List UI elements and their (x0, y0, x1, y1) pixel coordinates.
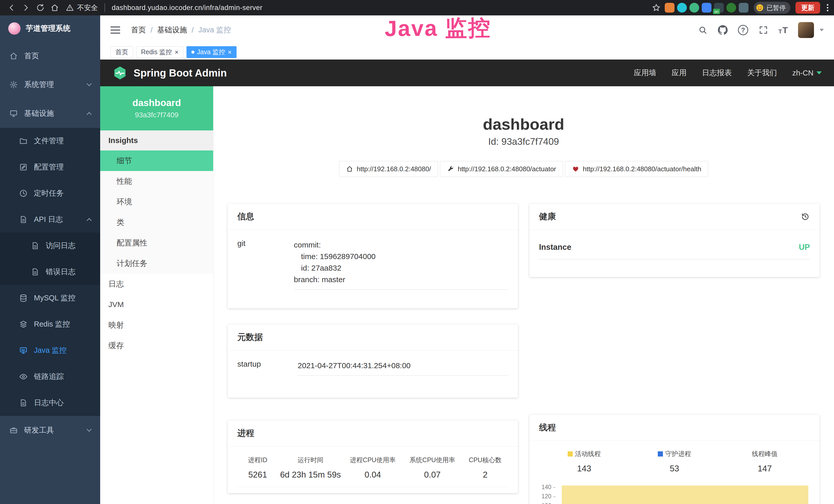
sba-body: dashboard 93a3fc7f7409 Insights 细节 性能 环境… (100, 86, 834, 504)
sidebar-item-home[interactable]: 首页 (0, 42, 100, 70)
profile-paused-badge[interactable]: 已暂停 (753, 2, 790, 14)
y-axis-tick: 100 (539, 502, 555, 504)
sidebar-item-api-logs[interactable]: API 日志 (0, 206, 100, 233)
health-status-badge: UP (799, 243, 810, 252)
breadcrumb-current: Java 监控 (198, 25, 231, 35)
hamburger-icon[interactable] (110, 26, 120, 33)
paused-label: 已暂停 (766, 4, 786, 12)
extension-icon-3[interactable] (689, 3, 699, 13)
sidebar-item-java-monitor[interactable]: Java 监控 (0, 337, 100, 364)
metadata-card: 元数据 startup 2021-04-27T00:44:31.254+08:0… (227, 324, 518, 398)
bookmark-star-icon[interactable] (650, 2, 662, 14)
sba-nav-wallboard[interactable]: 应用墙 (634, 68, 656, 78)
eye-icon (19, 372, 28, 381)
app-title: 芋道管理系统 (26, 23, 70, 33)
sidebar-item-error-logs[interactable]: 错误日志 (0, 259, 100, 285)
extension-icon-5[interactable]: on (714, 3, 724, 13)
sba-item-mappings[interactable]: 映射 (100, 315, 213, 335)
close-icon[interactable]: × (175, 49, 178, 55)
extension-icon-1[interactable] (665, 3, 675, 13)
refresh-icon[interactable] (35, 2, 46, 14)
sba-section-insights: Insights (100, 131, 213, 151)
font-size-icon[interactable]: TT (778, 26, 788, 35)
extension-icon-2[interactable] (677, 3, 687, 13)
active-dot (191, 51, 194, 54)
tab-home[interactable]: 首页 (110, 46, 133, 58)
sidebar-item-log-center[interactable]: 日志中心 (0, 390, 100, 416)
sba-item-caches[interactable]: 缓存 (100, 335, 213, 356)
health-instance-label: Instance (539, 243, 571, 252)
info-commit: commit: (294, 239, 508, 251)
forward-icon[interactable] (20, 2, 32, 14)
sidebar-item-redis-monitor[interactable]: Redis 监控 (0, 311, 100, 337)
info-card: 信息 git commit: time: 1596289704000 id: 2… (227, 204, 518, 308)
sidebar: 芋道管理系统 首页 系统管理 基础设施 文件管理 配置管理 (0, 16, 100, 504)
extension-icon-7[interactable] (739, 3, 748, 13)
java-monitor-icon (19, 346, 28, 355)
page-subtitle: Id: 93a3fc7f7409 (227, 136, 820, 147)
sidebar-item-system[interactable]: 系统管理 (0, 70, 100, 99)
app-shell: 芋道管理系统 首页 系统管理 基础设施 文件管理 配置管理 (0, 16, 834, 504)
sidebar-item-file-management[interactable]: 文件管理 (0, 128, 100, 154)
extension-icon-6[interactable] (726, 3, 736, 13)
base-url-link[interactable]: http://192.168.0.2:48080/ (339, 161, 438, 177)
sba-item-performance[interactable]: 性能 (100, 171, 213, 191)
tags-view: 首页 Redis 监控× Java 监控× (100, 45, 834, 60)
back-icon[interactable] (6, 2, 18, 14)
sba-brand[interactable]: Spring Boot Admin (112, 66, 227, 81)
security-indicator[interactable]: 不安全 (66, 3, 98, 12)
close-icon[interactable]: × (228, 49, 232, 55)
sidebar-item-config-management[interactable]: 配置管理 (0, 154, 100, 180)
breadcrumb-infra[interactable]: 基础设施 (157, 25, 187, 35)
sba-item-details[interactable]: 细节 (100, 151, 213, 171)
sidebar-item-infrastructure[interactable]: 基础设施 (0, 99, 100, 128)
extension-icon-4[interactable] (702, 3, 711, 13)
sba-nav-about[interactable]: 关于我们 (747, 68, 777, 78)
sba-locale-select[interactable]: zh-CN (792, 69, 822, 77)
security-label: 不安全 (77, 3, 98, 12)
github-icon[interactable] (718, 25, 728, 35)
app-logo[interactable]: 芋道管理系统 (0, 16, 100, 42)
tab-java-monitor[interactable]: Java 监控× (186, 46, 237, 58)
browser-toolbar: 不安全 dashboard.yudao.iocoder.cn/infra/adm… (0, 0, 834, 16)
health-card-title: 健康 (539, 211, 556, 222)
sba-nav-journal[interactable]: 日志报表 (702, 68, 732, 78)
tab-redis-monitor[interactable]: Redis 监控× (136, 46, 183, 58)
sba-item-environment[interactable]: 环境 (100, 191, 213, 212)
health-link[interactable]: http://192.168.0.2:48080/actuator/health (565, 161, 708, 177)
sba-item-jvm[interactable]: JVM (100, 294, 213, 315)
breadcrumb-home[interactable]: 首页 (131, 25, 146, 35)
history-icon[interactable] (800, 212, 810, 221)
sba-item-scheduled-tasks[interactable]: 计划任务 (100, 253, 213, 274)
sidebar-item-scheduled-jobs[interactable]: 定时任务 (0, 180, 100, 206)
avatar-caret-icon[interactable] (820, 29, 824, 31)
chevron-down-icon (87, 81, 92, 86)
stat-system-cpu: 系统CPU使用率 0.07 (402, 456, 462, 480)
user-avatar[interactable] (798, 22, 814, 38)
instance-name: dashboard (132, 97, 181, 108)
sidebar-item-dev-tools[interactable]: 研发工具 (0, 416, 100, 445)
update-button[interactable]: 更新 (795, 2, 820, 14)
page-title: dashboard (227, 115, 820, 133)
address-bar[interactable]: dashboard.yudao.iocoder.cn/infra/admin-s… (112, 4, 263, 12)
sidebar-item-trace[interactable]: 链路追踪 (0, 364, 100, 390)
instance-header: dashboard 93a3fc7f7409 (100, 86, 213, 131)
sba-item-logs[interactable]: 日志 (100, 274, 213, 294)
chevron-down-icon (816, 71, 822, 74)
browser-menu-icon[interactable] (827, 4, 828, 11)
sba-item-config-props[interactable]: 配置属性 (100, 233, 213, 253)
home-icon[interactable] (49, 2, 61, 14)
metadata-value: 2021-04-27T00:44:31.254+08:00 (298, 360, 508, 375)
sba-item-classes[interactable]: 类 (100, 212, 213, 233)
sba-nav-applications[interactable]: 应用 (672, 68, 686, 78)
toolbox-icon (9, 426, 18, 435)
help-icon[interactable]: ? (738, 25, 748, 35)
fullscreen-icon[interactable] (759, 25, 768, 35)
legend-swatch-yellow (568, 451, 573, 457)
search-icon[interactable] (698, 25, 708, 35)
toolbar-divider (105, 3, 105, 12)
sidebar-item-access-logs[interactable]: 访问日志 (0, 233, 100, 259)
home-icon (346, 165, 353, 173)
sidebar-item-mysql-monitor[interactable]: MySQL 监控 (0, 285, 100, 311)
actuator-link[interactable]: http://192.168.0.2:48080/actuator (440, 161, 563, 177)
